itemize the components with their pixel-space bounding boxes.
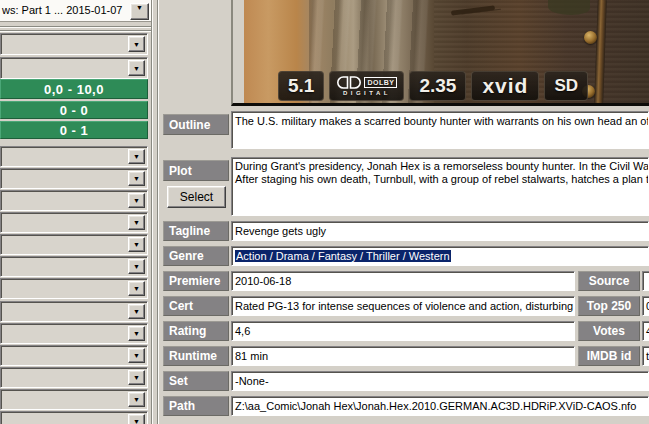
panel-splitter[interactable] [151,0,153,424]
filter-combobox[interactable]: ▼ [0,256,148,277]
aspect-ratio-badge: 2.35 [409,71,466,101]
filter-combobox[interactable]: ▼ [0,212,148,233]
dolby-digital-label: DIGITAL [343,90,391,96]
filter-combobox[interactable]: ▼ [0,389,148,410]
premiere-label: Premiere [163,271,229,291]
votes-field[interactable]: 4 [642,321,649,341]
cert-label: Cert [163,296,229,316]
tagline-field[interactable]: Revenge gets ugly [231,221,649,241]
filter-combobox[interactable]: ▼ [0,57,148,79]
genre-field[interactable]: Action / Drama / Fantasy / Thriller / We… [231,246,649,266]
brass-button [584,31,597,44]
chevron-down-icon[interactable]: ▼ [128,348,145,363]
chevron-down-icon[interactable]: ▼ [128,414,145,424]
imdb-id-label: IMDB id [578,346,640,366]
resolution-badge: SD [544,71,588,101]
codec-badge: xvid [471,71,539,101]
filter-combobox[interactable]: ▼ [0,190,148,211]
chevron-down-icon[interactable]: ▼ [128,237,145,252]
movie-catalog-window: ws: Part 1 ... 2015-01-07 ▼ ▼ ▼ 0,0 - 10… [0,0,649,424]
chevron-down-icon[interactable]: ▼ [128,36,145,52]
divider [0,30,153,32]
movie-poster-image: 5.1 DOLBY DIGITAL 2.35 xvi [244,0,649,103]
chevron-down-icon[interactable]: ▼ [128,193,145,208]
aspect-ratio-label: 2.35 [419,75,456,97]
chevron-down-icon[interactable]: ▼ [128,281,145,296]
source-label: Source [578,271,640,291]
filter-combobox[interactable]: ▼ [0,411,148,424]
chevron-down-icon[interactable]: ▼ [128,392,145,407]
top250-label: Top 250 [578,296,640,316]
rating-range-filter[interactable]: 0,0 - 10,0 [0,79,148,99]
runtime-field[interactable]: 81 min [231,346,575,366]
range-filter[interactable]: 0 - 0 [0,101,148,119]
set-field[interactable]: -None- [231,371,649,391]
range-filter[interactable]: 0 - 1 [0,121,148,139]
top250-field[interactable]: 0 [642,296,649,316]
rating-label: Rating [163,321,229,341]
divider [0,26,153,28]
imdb-id-field[interactable]: tt [642,346,649,366]
filter-combobox[interactable]: ▼ [0,234,148,255]
rating-field[interactable]: 4,6 [231,321,575,341]
media-info-badges: 5.1 DOLBY DIGITAL 2.35 xvi [278,71,588,101]
outline-field[interactable]: The U.S. military makes a scarred bounty… [231,111,649,149]
audio-channels-label: 5.1 [288,75,314,97]
filter-combobox[interactable]: ▼ [0,367,148,388]
plot-label: Plot [163,160,229,181]
cert-field[interactable]: Rated PG-13 for intense sequences of vio… [231,296,575,316]
audio-channels-badge: 5.1 [278,71,324,101]
outline-label: Outline [163,114,229,135]
chevron-down-icon[interactable]: ▼ [128,304,145,319]
filter-combobox[interactable]: ▼ [0,146,148,167]
genre-label: Genre [163,246,229,266]
filter-combobox[interactable]: ▼ [0,278,148,299]
chevron-down-icon[interactable]: ▼ [128,370,145,385]
chevron-down-icon[interactable]: ▼ [128,60,145,76]
runtime-label: Runtime [163,346,229,366]
dolby-wordmark: DOLBY [364,77,397,88]
panel-splitter [157,0,159,424]
chevron-down-icon[interactable]: ▼ [128,326,145,341]
chevron-down-icon[interactable]: ▼ [128,215,145,230]
tagline-label: Tagline [163,221,229,241]
filter-combobox[interactable]: ▼ [0,345,148,366]
plot-field[interactable]: During Grant's presidency, Jonah Hex is … [231,157,649,216]
path-label: Path [163,396,229,416]
dolby-double-d-icon [336,76,362,89]
chevron-down-icon[interactable]: ▼ [128,259,145,274]
poster-frame: 5.1 DOLBY DIGITAL 2.35 xvi [231,0,649,106]
chevron-down-icon: ▼ [131,4,148,11]
path-field[interactable]: Z:\aa_Comic\Jonah Hex\Jonah.Hex.2010.GER… [231,396,649,416]
filter-combobox[interactable]: ▼ [0,33,148,55]
set-label: Set [163,371,229,391]
select-button[interactable]: Select [167,186,226,208]
source-field[interactable] [642,271,649,291]
dropdown-button[interactable]: ▼ [130,3,149,20]
filter-combobox[interactable]: ▼ [0,168,148,189]
chevron-down-icon[interactable]: ▼ [128,171,145,186]
filter-combobox[interactable]: ▼ [0,301,148,322]
resolution-label: SD [554,76,578,96]
chevron-down-icon[interactable]: ▼ [128,149,145,164]
votes-label: Votes [578,321,640,341]
filter-combobox[interactable]: ▼ [0,323,148,344]
premiere-field[interactable]: 2010-06-18 [231,271,575,291]
dolby-digital-badge: DOLBY DIGITAL [329,71,404,101]
selected-movie-label: ws: Part 1 ... 2015-01-07 [2,4,122,16]
selected-text: Action / Drama / Fantasy / Thriller / We… [235,250,451,262]
codec-label: xvid [482,74,528,98]
